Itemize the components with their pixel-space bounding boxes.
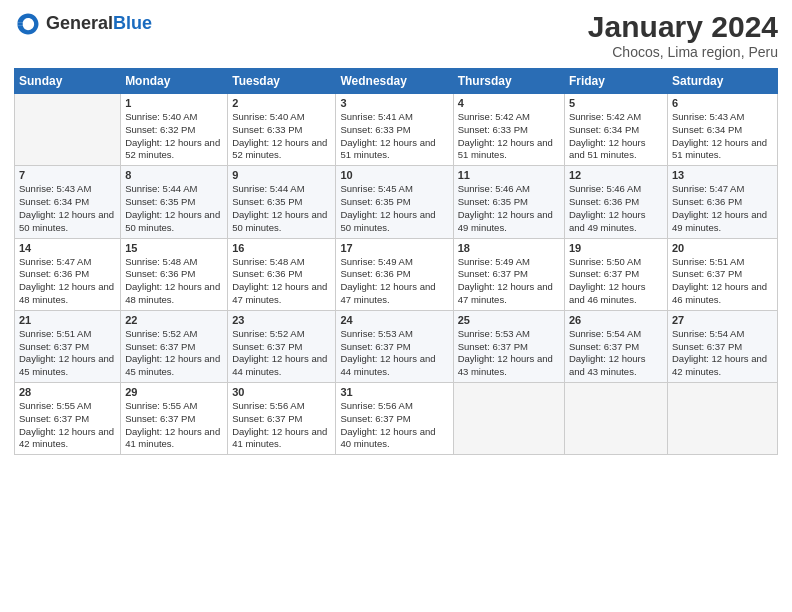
day-cell: 5Sunrise: 5:42 AMSunset: 6:34 PMDaylight… bbox=[564, 94, 667, 166]
day-info: Sunrise: 5:48 AMSunset: 6:36 PMDaylight:… bbox=[125, 256, 223, 307]
day-info: Sunrise: 5:53 AMSunset: 6:37 PMDaylight:… bbox=[340, 328, 448, 379]
day-cell: 26Sunrise: 5:54 AMSunset: 6:37 PMDayligh… bbox=[564, 310, 667, 382]
day-cell: 23Sunrise: 5:52 AMSunset: 6:37 PMDayligh… bbox=[228, 310, 336, 382]
day-number: 21 bbox=[19, 314, 116, 326]
day-info: Sunrise: 5:49 AMSunset: 6:36 PMDaylight:… bbox=[340, 256, 448, 307]
day-cell: 19Sunrise: 5:50 AMSunset: 6:37 PMDayligh… bbox=[564, 238, 667, 310]
day-number: 13 bbox=[672, 169, 773, 181]
page-container: GeneralBlue January 2024 Chocos, Lima re… bbox=[0, 0, 792, 463]
day-cell: 25Sunrise: 5:53 AMSunset: 6:37 PMDayligh… bbox=[453, 310, 564, 382]
day-info: Sunrise: 5:44 AMSunset: 6:35 PMDaylight:… bbox=[125, 183, 223, 234]
day-info: Sunrise: 5:56 AMSunset: 6:37 PMDaylight:… bbox=[232, 400, 331, 451]
location-subtitle: Chocos, Lima region, Peru bbox=[588, 44, 778, 60]
month-title: January 2024 bbox=[588, 10, 778, 44]
day-number: 2 bbox=[232, 97, 331, 109]
day-number: 12 bbox=[569, 169, 663, 181]
day-number: 14 bbox=[19, 242, 116, 254]
day-cell bbox=[667, 383, 777, 455]
day-number: 24 bbox=[340, 314, 448, 326]
day-info: Sunrise: 5:47 AMSunset: 6:36 PMDaylight:… bbox=[19, 256, 116, 307]
day-number: 31 bbox=[340, 386, 448, 398]
logo-icon bbox=[14, 10, 42, 38]
day-cell: 14Sunrise: 5:47 AMSunset: 6:36 PMDayligh… bbox=[15, 238, 121, 310]
day-info: Sunrise: 5:56 AMSunset: 6:37 PMDaylight:… bbox=[340, 400, 448, 451]
day-number: 17 bbox=[340, 242, 448, 254]
day-info: Sunrise: 5:50 AMSunset: 6:37 PMDaylight:… bbox=[569, 256, 663, 307]
title-block: January 2024 Chocos, Lima region, Peru bbox=[588, 10, 778, 60]
day-cell: 31Sunrise: 5:56 AMSunset: 6:37 PMDayligh… bbox=[336, 383, 453, 455]
day-number: 8 bbox=[125, 169, 223, 181]
day-number: 4 bbox=[458, 97, 560, 109]
day-number: 3 bbox=[340, 97, 448, 109]
day-number: 18 bbox=[458, 242, 560, 254]
col-header-wednesday: Wednesday bbox=[336, 69, 453, 94]
day-cell: 11Sunrise: 5:46 AMSunset: 6:35 PMDayligh… bbox=[453, 166, 564, 238]
day-number: 7 bbox=[19, 169, 116, 181]
day-info: Sunrise: 5:40 AMSunset: 6:32 PMDaylight:… bbox=[125, 111, 223, 162]
day-info: Sunrise: 5:55 AMSunset: 6:37 PMDaylight:… bbox=[19, 400, 116, 451]
day-number: 27 bbox=[672, 314, 773, 326]
col-header-sunday: Sunday bbox=[15, 69, 121, 94]
day-number: 11 bbox=[458, 169, 560, 181]
week-row-1: 1Sunrise: 5:40 AMSunset: 6:32 PMDaylight… bbox=[15, 94, 778, 166]
day-cell: 22Sunrise: 5:52 AMSunset: 6:37 PMDayligh… bbox=[121, 310, 228, 382]
day-cell: 10Sunrise: 5:45 AMSunset: 6:35 PMDayligh… bbox=[336, 166, 453, 238]
day-info: Sunrise: 5:48 AMSunset: 6:36 PMDaylight:… bbox=[232, 256, 331, 307]
day-cell bbox=[453, 383, 564, 455]
day-info: Sunrise: 5:52 AMSunset: 6:37 PMDaylight:… bbox=[232, 328, 331, 379]
day-number: 6 bbox=[672, 97, 773, 109]
week-row-2: 7Sunrise: 5:43 AMSunset: 6:34 PMDaylight… bbox=[15, 166, 778, 238]
calendar-table: SundayMondayTuesdayWednesdayThursdayFrid… bbox=[14, 68, 778, 455]
day-info: Sunrise: 5:55 AMSunset: 6:37 PMDaylight:… bbox=[125, 400, 223, 451]
col-header-tuesday: Tuesday bbox=[228, 69, 336, 94]
day-info: Sunrise: 5:45 AMSunset: 6:35 PMDaylight:… bbox=[340, 183, 448, 234]
day-cell: 2Sunrise: 5:40 AMSunset: 6:33 PMDaylight… bbox=[228, 94, 336, 166]
day-number: 20 bbox=[672, 242, 773, 254]
day-cell: 13Sunrise: 5:47 AMSunset: 6:36 PMDayligh… bbox=[667, 166, 777, 238]
day-cell: 21Sunrise: 5:51 AMSunset: 6:37 PMDayligh… bbox=[15, 310, 121, 382]
header-row: SundayMondayTuesdayWednesdayThursdayFrid… bbox=[15, 69, 778, 94]
day-info: Sunrise: 5:46 AMSunset: 6:36 PMDaylight:… bbox=[569, 183, 663, 234]
day-info: Sunrise: 5:51 AMSunset: 6:37 PMDaylight:… bbox=[672, 256, 773, 307]
day-cell: 7Sunrise: 5:43 AMSunset: 6:34 PMDaylight… bbox=[15, 166, 121, 238]
day-info: Sunrise: 5:54 AMSunset: 6:37 PMDaylight:… bbox=[672, 328, 773, 379]
day-info: Sunrise: 5:47 AMSunset: 6:36 PMDaylight:… bbox=[672, 183, 773, 234]
day-number: 26 bbox=[569, 314, 663, 326]
day-number: 16 bbox=[232, 242, 331, 254]
day-cell bbox=[15, 94, 121, 166]
logo-general: General bbox=[46, 13, 113, 33]
day-info: Sunrise: 5:41 AMSunset: 6:33 PMDaylight:… bbox=[340, 111, 448, 162]
week-row-3: 14Sunrise: 5:47 AMSunset: 6:36 PMDayligh… bbox=[15, 238, 778, 310]
day-cell: 29Sunrise: 5:55 AMSunset: 6:37 PMDayligh… bbox=[121, 383, 228, 455]
day-number: 5 bbox=[569, 97, 663, 109]
day-cell: 8Sunrise: 5:44 AMSunset: 6:35 PMDaylight… bbox=[121, 166, 228, 238]
day-cell: 30Sunrise: 5:56 AMSunset: 6:37 PMDayligh… bbox=[228, 383, 336, 455]
day-cell: 24Sunrise: 5:53 AMSunset: 6:37 PMDayligh… bbox=[336, 310, 453, 382]
day-info: Sunrise: 5:43 AMSunset: 6:34 PMDaylight:… bbox=[672, 111, 773, 162]
day-cell: 3Sunrise: 5:41 AMSunset: 6:33 PMDaylight… bbox=[336, 94, 453, 166]
day-number: 1 bbox=[125, 97, 223, 109]
week-row-5: 28Sunrise: 5:55 AMSunset: 6:37 PMDayligh… bbox=[15, 383, 778, 455]
day-info: Sunrise: 5:52 AMSunset: 6:37 PMDaylight:… bbox=[125, 328, 223, 379]
day-info: Sunrise: 5:44 AMSunset: 6:35 PMDaylight:… bbox=[232, 183, 331, 234]
day-number: 22 bbox=[125, 314, 223, 326]
day-number: 15 bbox=[125, 242, 223, 254]
col-header-thursday: Thursday bbox=[453, 69, 564, 94]
day-cell: 27Sunrise: 5:54 AMSunset: 6:37 PMDayligh… bbox=[667, 310, 777, 382]
day-cell: 15Sunrise: 5:48 AMSunset: 6:36 PMDayligh… bbox=[121, 238, 228, 310]
logo-text: GeneralBlue bbox=[46, 14, 152, 34]
day-info: Sunrise: 5:42 AMSunset: 6:34 PMDaylight:… bbox=[569, 111, 663, 162]
day-number: 10 bbox=[340, 169, 448, 181]
day-number: 23 bbox=[232, 314, 331, 326]
day-cell: 20Sunrise: 5:51 AMSunset: 6:37 PMDayligh… bbox=[667, 238, 777, 310]
day-cell: 9Sunrise: 5:44 AMSunset: 6:35 PMDaylight… bbox=[228, 166, 336, 238]
day-cell: 1Sunrise: 5:40 AMSunset: 6:32 PMDaylight… bbox=[121, 94, 228, 166]
day-number: 28 bbox=[19, 386, 116, 398]
day-info: Sunrise: 5:42 AMSunset: 6:33 PMDaylight:… bbox=[458, 111, 560, 162]
day-cell: 6Sunrise: 5:43 AMSunset: 6:34 PMDaylight… bbox=[667, 94, 777, 166]
day-number: 30 bbox=[232, 386, 331, 398]
day-info: Sunrise: 5:43 AMSunset: 6:34 PMDaylight:… bbox=[19, 183, 116, 234]
col-header-monday: Monday bbox=[121, 69, 228, 94]
day-number: 19 bbox=[569, 242, 663, 254]
day-cell: 17Sunrise: 5:49 AMSunset: 6:36 PMDayligh… bbox=[336, 238, 453, 310]
